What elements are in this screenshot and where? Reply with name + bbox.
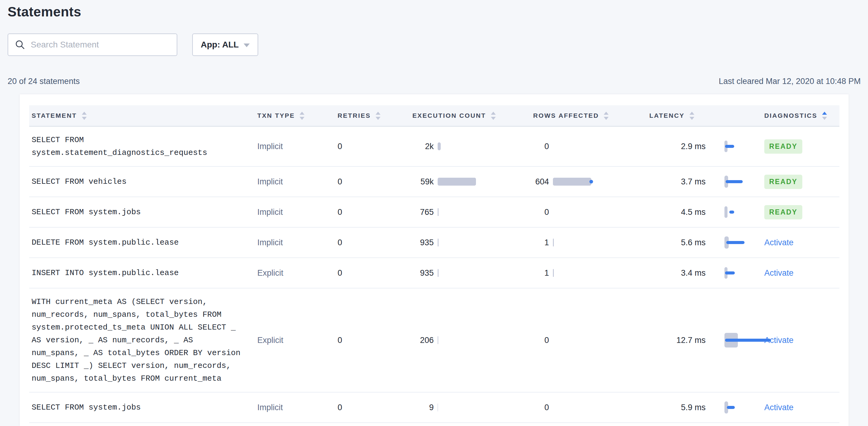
retries-value: 0 — [338, 177, 342, 186]
retries-value: 0 — [338, 336, 342, 345]
execution-count-value: 59k — [412, 177, 434, 186]
execution-count-value: 9 — [412, 403, 434, 412]
rows-affected-barchart — [553, 333, 649, 347]
execution-count-value: 935 — [412, 238, 434, 247]
statements-table-card: STATEMENTTXN TYPERETRIESEXECUTION COUNTR… — [20, 94, 848, 426]
sort-desc-icon — [822, 117, 827, 120]
execution-count-bar — [438, 403, 438, 412]
statement-link[interactable]: SELECT FROM system.jobs — [32, 401, 243, 414]
sort-asc-icon — [82, 112, 87, 115]
column-header-label: ROWS AFFECTED — [533, 112, 599, 119]
latency-mean-bar — [725, 271, 735, 274]
execution-count-bar — [438, 239, 439, 246]
execution-count-value: 2k — [412, 142, 434, 151]
latency-stddev-tick — [724, 206, 727, 218]
latency-barchart — [724, 139, 764, 154]
execution-count-bar — [438, 143, 441, 150]
rows-affected-value: 604 — [533, 177, 549, 186]
app-filter-label: App: ALL — [201, 40, 239, 50]
latency-mean-bar — [729, 211, 734, 214]
diagnostics-activate-link[interactable]: Activate — [764, 403, 794, 412]
sort-header-execution-count[interactable]: EXECUTION COUNT — [412, 112, 533, 120]
page-title: Statements — [8, 4, 81, 20]
search-icon — [15, 39, 25, 50]
execution-count-barchart — [438, 333, 533, 347]
diagnostics-activate-link[interactable]: Activate — [764, 268, 794, 277]
latency-barchart — [724, 399, 764, 415]
rows-affected-barchart — [553, 139, 649, 154]
table-row: SELECT FROM system.jobsImplicit076504.5 … — [29, 197, 839, 227]
rows-affected-value: 0 — [533, 142, 549, 151]
rows-affected-value: 1 — [533, 268, 549, 278]
sort-asc-icon — [300, 112, 304, 115]
retries-value: 0 — [338, 268, 342, 277]
execution-count-bar — [438, 178, 476, 186]
diagnostics-activate-link[interactable]: Activate — [764, 238, 794, 247]
rows-affected-bar — [553, 178, 591, 186]
sort-header-txn-type[interactable]: TXN TYPE — [257, 112, 338, 120]
table-row: DELETE FROM system.public.leaseImplicit0… — [29, 227, 839, 258]
column-header-label: STATEMENT — [32, 112, 77, 119]
txn-type-value: Implicit — [257, 177, 283, 186]
sort-arrows — [822, 112, 827, 120]
sort-asc-icon — [822, 112, 827, 115]
table-body: SELECT FROM system.statement_diagnostics… — [29, 127, 839, 426]
retries-value: 0 — [338, 238, 342, 247]
table-row: INSERT INTO system.public.leaseExplicit0… — [29, 258, 839, 288]
sort-desc-icon — [491, 117, 496, 120]
execution-count-barchart — [438, 235, 533, 250]
rows-affected-bar — [553, 239, 554, 246]
column-header-label: DIAGNOSTICS — [764, 112, 817, 119]
search-box[interactable] — [8, 33, 177, 56]
sort-header-diagnostics[interactable]: DIAGNOSTICS — [764, 112, 839, 120]
table-row: INSERT INTO user_promo_codesImplicit0285… — [29, 423, 839, 426]
retries-value: 0 — [338, 208, 342, 217]
rows-affected-mean-dot — [589, 180, 593, 183]
column-header-label: LATENCY — [649, 112, 685, 119]
diagnostics-ready-badge: READY — [764, 140, 802, 154]
sort-arrows — [300, 112, 304, 120]
search-input[interactable] — [31, 40, 170, 50]
rows-affected-value: 1 — [533, 238, 549, 247]
execution-count-bar — [438, 208, 439, 216]
table-row: WITH current_meta AS (SELECT version, nu… — [29, 288, 839, 393]
sort-header-statement[interactable]: STATEMENT — [32, 112, 257, 120]
rows-affected-barchart — [553, 235, 649, 250]
latency-mean-bar — [726, 180, 743, 183]
sort-header-rows-affected[interactable]: ROWS AFFECTED — [533, 112, 649, 120]
statement-link[interactable]: DELETE FROM system.public.lease — [32, 236, 243, 249]
rows-affected-barchart — [553, 400, 649, 415]
sort-header-retries[interactable]: RETRIES — [338, 112, 412, 120]
sort-desc-icon — [82, 117, 87, 120]
execution-count-barchart — [438, 139, 533, 154]
table-row: SELECT FROM system.jobsImplicit0905.9 ms… — [29, 393, 839, 423]
column-header-label: RETRIES — [338, 112, 371, 119]
sort-desc-icon — [689, 117, 694, 120]
rows-affected-barchart — [553, 174, 649, 189]
app-filter-dropdown[interactable]: App: ALL — [192, 33, 258, 56]
sort-desc-icon — [604, 117, 609, 120]
retries-value: 0 — [338, 403, 342, 412]
table-header-row: STATEMENTTXN TYPERETRIESEXECUTION COUNTR… — [29, 105, 839, 127]
statement-link[interactable]: SELECT FROM system.statement_diagnostics… — [32, 133, 243, 159]
sort-desc-icon — [376, 117, 380, 120]
latency-mean-bar — [725, 339, 771, 342]
diagnostics-ready-badge: READY — [764, 175, 802, 189]
latency-value: 3.7 ms — [649, 177, 706, 186]
results-count: 20 of 24 statements — [8, 77, 80, 86]
execution-count-bar — [438, 269, 439, 277]
statement-link[interactable]: SELECT FROM system.jobs — [32, 206, 243, 218]
latency-barchart — [724, 332, 764, 348]
latency-mean-bar — [725, 145, 734, 148]
statement-link[interactable]: INSERT INTO system.public.lease — [32, 267, 243, 279]
sort-arrows — [82, 112, 87, 120]
sort-header-latency[interactable]: LATENCY — [649, 112, 764, 120]
txn-type-value: Implicit — [257, 208, 283, 217]
statement-link[interactable]: SELECT FROM vehicles — [32, 175, 243, 188]
column-header-label: EXECUTION COUNT — [412, 112, 486, 119]
statement-link[interactable]: WITH current_meta AS (SELECT version, nu… — [32, 296, 243, 385]
txn-type-value: Implicit — [257, 403, 283, 412]
latency-value: 12.7 ms — [649, 336, 706, 345]
execution-count-barchart — [438, 266, 533, 280]
execution-count-value: 206 — [412, 336, 434, 345]
